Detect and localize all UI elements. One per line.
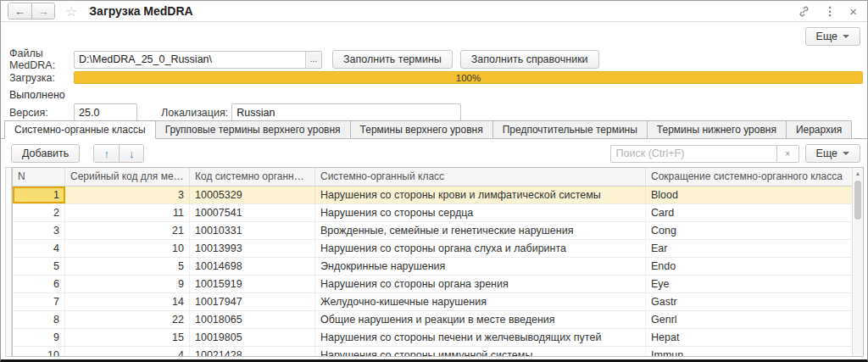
arrow-up-icon: ↑ — [104, 148, 110, 160]
search-input[interactable] — [610, 145, 776, 163]
cell-n[interactable]: 10 — [13, 347, 65, 357]
column-header-soc-abbrev[interactable]: Сокращение системно-органного класса — [646, 168, 863, 186]
table-row[interactable]: 41010013993Нарушения со стороны органа с… — [13, 240, 863, 258]
table-row[interactable]: 6910015919Нарушения со стороны органа зр… — [13, 276, 863, 293]
cell-serial-code[interactable]: 3 — [65, 187, 190, 203]
column-header-soc-code[interactable]: Код системно органного класса — [190, 168, 315, 186]
cell-n[interactable]: 7 — [13, 293, 65, 310]
tab-5[interactable]: Иерархия — [787, 120, 852, 139]
cell-serial-code[interactable]: 9 — [65, 276, 190, 292]
scroll-up-icon[interactable]: ▲ — [853, 168, 863, 179]
tab-4[interactable]: Термины нижнего уровня — [648, 120, 787, 139]
cell-soc-code[interactable]: 10021428 — [190, 347, 315, 357]
cell-soc-abbrev[interactable]: Eye — [646, 276, 863, 292]
cell-soc-abbrev[interactable]: Card — [646, 204, 863, 221]
column-header-serial-code[interactable]: Серийный код для междуна... — [65, 168, 190, 186]
cell-soc-code[interactable]: 10017947 — [190, 293, 315, 310]
cell-serial-code[interactable]: 5 — [65, 258, 190, 275]
cell-serial-code[interactable]: 22 — [65, 311, 190, 328]
files-path-input[interactable] — [74, 51, 322, 69]
cell-soc-name[interactable]: Эндокринные нарушения — [315, 258, 646, 275]
cell-n[interactable]: 5 — [13, 258, 65, 275]
cell-soc-name[interactable]: Нарушения со стороны крови и лимфатическ… — [315, 187, 646, 203]
cell-soc-code[interactable]: 10018065 — [190, 311, 315, 328]
cell-soc-code[interactable]: 10007541 — [190, 204, 315, 221]
browse-button[interactable]: ... — [305, 52, 321, 68]
cell-soc-abbrev[interactable]: Cong — [646, 222, 863, 239]
window-more-label: Еще — [816, 31, 837, 42]
table-row[interactable]: 71410017947Желудочно-кишечные нарушенияG… — [13, 293, 863, 311]
fill-refs-button[interactable]: Заполнить справочники — [460, 50, 599, 69]
cell-n[interactable]: 3 — [13, 222, 65, 239]
back-arrow-icon: ← — [14, 5, 25, 18]
favorite-star-icon[interactable]: ☆ — [65, 3, 77, 19]
list-more-button[interactable]: Еще — [805, 144, 860, 163]
tab-0[interactable]: Системно-органные классы — [4, 120, 156, 139]
link-icon[interactable] — [798, 5, 810, 18]
more-menu-icon[interactable]: ⋮ — [824, 4, 836, 18]
cell-n[interactable]: 1 — [13, 187, 65, 203]
tab-3[interactable]: Предпочтительные термины — [493, 120, 648, 139]
cell-soc-abbrev[interactable]: Hepat — [646, 329, 863, 346]
cell-soc-code[interactable]: 10014698 — [190, 258, 315, 275]
move-down-button[interactable]: ↓ — [119, 145, 143, 162]
scrollbar-thumb[interactable] — [854, 181, 861, 220]
cell-soc-code[interactable]: 10010331 — [190, 222, 315, 239]
move-button-group: ↑ ↓ — [93, 144, 144, 163]
tab-1[interactable]: Групповые термины верхнего уровня — [156, 120, 351, 139]
cell-n[interactable]: 9 — [13, 329, 65, 346]
version-input[interactable] — [74, 103, 137, 121]
cell-soc-abbrev[interactable]: Endo — [646, 258, 863, 275]
cell-soc-name[interactable]: Нарушения со стороны сердца — [315, 204, 646, 221]
list-toolbar: Добавить ↑ ↓ × Еще — [11, 143, 860, 164]
cell-serial-code[interactable]: 14 — [65, 293, 190, 310]
search-clear-button[interactable]: × — [776, 145, 799, 163]
table-row[interactable]: 91510019805Нарушения со стороны печени и… — [13, 329, 863, 347]
cell-soc-name[interactable]: Нарушения со стороны органа зрения — [315, 276, 646, 292]
cell-n[interactable]: 2 — [13, 204, 65, 221]
fill-terms-button[interactable]: Заполнить термины — [332, 50, 453, 69]
window-more-button[interactable]: Еще — [805, 27, 860, 46]
tab-2[interactable]: Термины верхнего уровня — [351, 120, 493, 139]
cell-soc-code[interactable]: 10015919 — [190, 276, 315, 292]
vertical-scrollbar[interactable]: ▲ — [852, 168, 863, 356]
cell-soc-abbrev[interactable]: Ear — [646, 240, 863, 257]
cell-soc-abbrev[interactable]: Gastr — [646, 293, 863, 310]
cell-n[interactable]: 8 — [13, 311, 65, 328]
cell-serial-code[interactable]: 15 — [65, 329, 190, 346]
localization-label: Локализация: — [161, 107, 228, 119]
table-row[interactable]: 82210018065Общие нарушения и реакции в м… — [13, 311, 863, 329]
cell-soc-name[interactable]: Желудочно-кишечные нарушения — [315, 293, 646, 310]
cell-n[interactable]: 6 — [13, 276, 65, 292]
search-wrap: × — [610, 145, 799, 163]
move-up-button[interactable]: ↑ — [94, 145, 119, 162]
localization-input[interactable] — [231, 103, 461, 121]
cell-serial-code[interactable]: 4 — [65, 347, 190, 357]
back-button[interactable]: ← — [8, 3, 31, 19]
add-button[interactable]: Добавить — [11, 144, 80, 163]
cell-soc-code[interactable]: 10005329 — [190, 187, 315, 203]
forward-button[interactable]: → — [31, 3, 54, 19]
table-row[interactable]: 21110007541Нарушения со стороны сердцаCa… — [13, 204, 863, 222]
close-icon[interactable]: × — [849, 4, 857, 19]
table-row[interactable]: 32110010331Врожденные, семейные и генети… — [13, 222, 863, 240]
cell-soc-code[interactable]: 10013993 — [190, 240, 315, 257]
cell-serial-code[interactable]: 11 — [65, 204, 190, 221]
cell-soc-name[interactable]: Нарушения со стороны органа слуха и лаби… — [315, 240, 646, 257]
cell-serial-code[interactable]: 10 — [65, 240, 190, 257]
table-row[interactable]: 1310005329Нарушения со стороны крови и л… — [13, 187, 863, 204]
cell-soc-name[interactable]: Врожденные, семейные и генетические нару… — [315, 222, 646, 239]
cell-soc-name[interactable]: Общие нарушения и реакции в месте введен… — [315, 311, 646, 328]
cell-soc-name[interactable]: Нарушения со стороны иммунной системы — [315, 347, 646, 357]
cell-soc-code[interactable]: 10019805 — [190, 329, 315, 346]
column-header-n[interactable]: N — [13, 168, 65, 186]
table-row[interactable]: 10410021428Нарушения со стороны иммунной… — [13, 347, 863, 357]
column-header-soc-name[interactable]: Системно-органный класс — [315, 168, 646, 186]
cell-n[interactable]: 4 — [13, 240, 65, 257]
cell-soc-abbrev[interactable]: Immun — [646, 347, 863, 357]
cell-soc-name[interactable]: Нарушения со стороны печени и желчевывод… — [315, 329, 646, 346]
cell-serial-code[interactable]: 21 — [65, 222, 190, 239]
cell-soc-abbrev[interactable]: Genrl — [646, 311, 863, 328]
table-row[interactable]: 5510014698Эндокринные нарушенияEndo — [13, 258, 863, 276]
cell-soc-abbrev[interactable]: Blood — [646, 187, 863, 203]
